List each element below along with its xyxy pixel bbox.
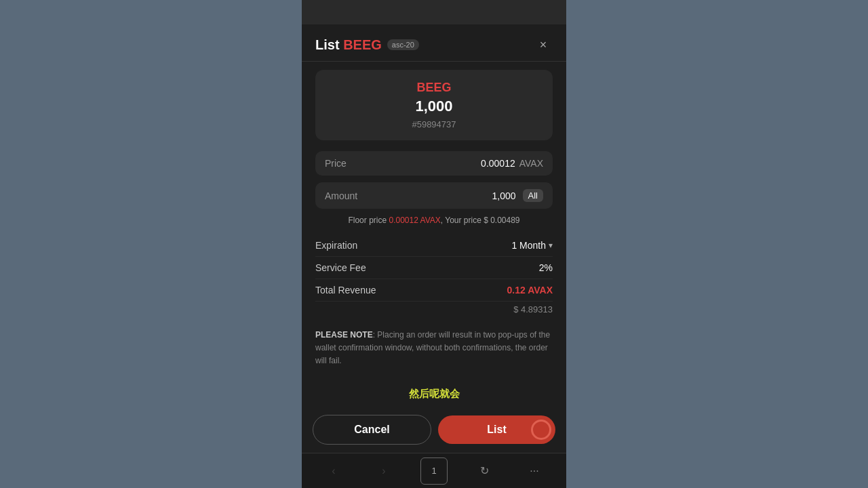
modal-footer: 然后呢就会 Cancel List <box>302 407 566 453</box>
service-fee-value: 2% <box>539 262 553 273</box>
nav-more-button[interactable]: ··· <box>521 458 548 485</box>
price-value[interactable]: 0.00012 <box>481 158 515 169</box>
token-card-name: BEEG <box>416 81 451 95</box>
modal-header: List BEEG asc-20 × <box>302 24 566 61</box>
service-fee-label: Service Fee <box>315 262 366 273</box>
amount-label: Amount <box>325 190 492 201</box>
amount-input-row[interactable]: Amount 1,000 All <box>315 182 553 209</box>
price-input-row[interactable]: Price 0.00012 AVAX <box>315 151 553 176</box>
service-fee-row: Service Fee 2% <box>315 257 553 279</box>
subtitle-overlay: 然后呢就会 <box>409 388 460 401</box>
total-revenue-row: Total Revenue 0.12 AVAX <box>315 279 553 302</box>
note-box: PLEASE NOTE: Placing an order will resul… <box>315 328 553 367</box>
expiration-select[interactable]: 1 Month ▾ <box>511 240 553 251</box>
revenue-sub-value: $ 4.89313 <box>315 302 553 320</box>
close-button[interactable]: × <box>534 35 553 54</box>
token-badge: asc-20 <box>387 39 419 50</box>
token-card: BEEG 1,000 #59894737 <box>315 70 553 140</box>
modal-title: List BEEG <box>315 37 382 53</box>
cancel-button[interactable]: Cancel <box>313 415 431 445</box>
expiration-value: 1 Month <box>511 240 546 251</box>
price-label: Price <box>325 158 481 169</box>
expiration-label: Expiration <box>315 240 357 251</box>
header-divider <box>302 61 566 62</box>
total-revenue-label: Total Revenue <box>315 285 376 296</box>
amount-all-button[interactable]: All <box>523 189 543 202</box>
nav-back-button[interactable]: ‹ <box>320 458 347 485</box>
floor-price-value: 0.00012 AVAX <box>389 216 440 225</box>
total-revenue-value: 0.12 AVAX <box>507 285 553 296</box>
list-button-container: List <box>438 415 555 445</box>
expiration-row: Expiration 1 Month ▾ <box>315 235 553 257</box>
token-card-amount: 1,000 <box>415 98 452 115</box>
modal-container: List BEEG asc-20 × BEEG 1,000 #59894737 … <box>302 24 566 453</box>
modal-body: BEEG 1,000 #59894737 Price 0.00012 AVAX … <box>302 70 566 407</box>
token-card-id: #59894737 <box>412 119 456 129</box>
floor-price-info: Floor price 0.00012 AVAX, Your price $ 0… <box>315 216 553 225</box>
bottom-nav: ‹ › 1 ↻ ··· <box>302 453 566 488</box>
top-bar <box>302 0 566 24</box>
list-spinner <box>531 420 551 440</box>
nav-forward-button[interactable]: › <box>370 458 397 485</box>
nav-page-indicator: 1 <box>420 458 448 485</box>
price-unit: AVAX <box>519 158 543 169</box>
note-text: PLEASE NOTE: Placing an order will resul… <box>315 330 550 365</box>
chevron-down-icon: ▾ <box>549 241 553 250</box>
amount-value[interactable]: 1,000 <box>492 190 516 201</box>
nav-refresh-button[interactable]: ↻ <box>471 458 498 485</box>
